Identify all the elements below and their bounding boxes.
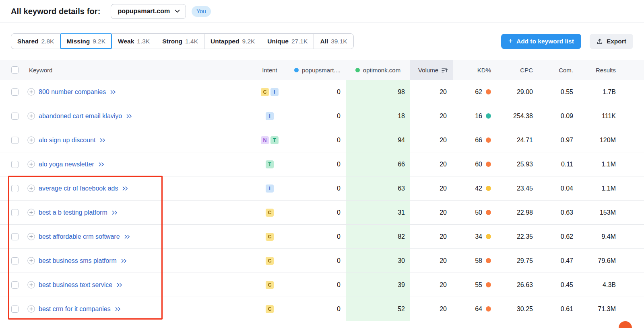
column-header-keyword[interactable]: Keyword xyxy=(27,60,258,80)
keyword-link[interactable]: alo sign up discount xyxy=(39,137,95,144)
kd-level-icon xyxy=(486,210,491,215)
row-check-cell xyxy=(11,176,27,200)
select-all-checkbox[interactable] xyxy=(11,66,19,74)
keyword-link[interactable]: best business sms platform xyxy=(39,257,117,264)
keyword-link[interactable]: best affordable crm software xyxy=(39,233,120,240)
expand-keyword-icon[interactable] xyxy=(27,184,35,192)
row-check-cell xyxy=(11,104,27,128)
keyword-link[interactable]: best business text service xyxy=(39,281,112,289)
page-title: All keyword details for: xyxy=(11,7,100,16)
com-value: 0.62 xyxy=(534,225,574,248)
filter-tab-untapped[interactable]: Untapped 9.2K xyxy=(204,33,261,49)
open-keyword-icon[interactable] xyxy=(98,162,105,167)
filter-tab-count: 9.2K xyxy=(93,38,105,45)
row-check-cell xyxy=(11,128,27,152)
filter-tab-unique[interactable]: Unique 27.1K xyxy=(261,33,314,49)
kd-level-icon xyxy=(486,234,491,239)
kd-value: 50 xyxy=(475,209,482,216)
column-header-popupsmart[interactable]: popupsmart.... xyxy=(282,60,346,80)
row-checkbox[interactable] xyxy=(11,185,19,192)
row-checkbox[interactable] xyxy=(11,257,19,264)
expand-keyword-icon[interactable] xyxy=(27,160,35,168)
volume-value: 20 xyxy=(410,176,453,200)
column-header-volume[interactable]: Volume xyxy=(410,60,453,80)
expand-keyword-icon[interactable] xyxy=(27,281,35,289)
filter-tab-label: Strong xyxy=(162,38,182,45)
column-header-cpc[interactable]: CPC xyxy=(492,60,534,80)
column-header-com[interactable]: Com. xyxy=(534,60,574,80)
open-keyword-icon[interactable] xyxy=(124,234,130,239)
open-keyword-icon[interactable] xyxy=(111,210,118,215)
row-check-cell xyxy=(11,273,27,297)
keyword-link[interactable]: 800 number companies xyxy=(39,88,106,96)
expand-keyword-icon[interactable] xyxy=(27,112,35,120)
kd-level-icon xyxy=(486,137,491,143)
select-all-cell xyxy=(11,60,27,80)
domain-selector[interactable]: popupsmart.com xyxy=(111,4,186,19)
keyword-link[interactable]: alo yoga newsletter xyxy=(39,161,94,168)
cpc-value: 254.38 xyxy=(492,104,534,128)
column-header-results[interactable]: Results xyxy=(574,60,617,80)
intent-badges: C xyxy=(258,225,282,248)
filter-tab-count: 39.1K xyxy=(331,38,347,45)
popupsmart-value: 0 xyxy=(282,104,346,128)
chevron-down-icon xyxy=(175,10,180,13)
domain-selector-value: popupsmart.com xyxy=(118,8,170,15)
row-checkbox[interactable] xyxy=(11,209,19,216)
filter-tab-weak[interactable]: Weak 1.3K xyxy=(111,33,156,49)
kd-value: 16 xyxy=(475,113,482,120)
export-button[interactable]: Export xyxy=(590,34,633,49)
optimonk-dot-icon xyxy=(355,68,360,72)
sort-icon xyxy=(442,68,448,73)
open-keyword-icon[interactable] xyxy=(99,138,106,143)
keyword-link[interactable]: abandoned cart email klaviyo xyxy=(39,113,122,120)
filter-tab-label: Missing xyxy=(66,38,90,45)
open-keyword-icon[interactable] xyxy=(116,283,123,287)
filter-tab-missing[interactable]: Missing 9.2K xyxy=(60,33,112,49)
expand-keyword-icon[interactable] xyxy=(27,233,35,240)
expand-keyword-icon[interactable] xyxy=(27,257,35,264)
column-header-kd[interactable]: KD% xyxy=(453,60,492,80)
com-value: 0.61 xyxy=(534,297,574,321)
add-to-keyword-list-button[interactable]: + Add to keyword list xyxy=(501,34,581,49)
filter-tab-all[interactable]: All 39.1K xyxy=(314,33,353,49)
row-checkbox[interactable] xyxy=(11,233,19,240)
expand-keyword-icon[interactable] xyxy=(27,209,35,216)
filter-tab-label: Weak xyxy=(118,38,134,45)
filter-tab-strong[interactable]: Strong 1.4K xyxy=(156,33,204,49)
row-checkbox[interactable] xyxy=(11,113,19,120)
open-keyword-icon[interactable] xyxy=(126,114,132,119)
row-checkbox[interactable] xyxy=(11,281,19,289)
filter-tab-shared[interactable]: Shared 2.8K xyxy=(11,33,60,49)
results-value: 71.3M xyxy=(574,297,617,321)
expand-keyword-icon[interactable] xyxy=(27,88,35,96)
expand-keyword-icon[interactable] xyxy=(27,305,35,313)
kd-value: 58 xyxy=(475,257,482,264)
row-checkbox[interactable] xyxy=(11,88,19,96)
cpc-value: 29.00 xyxy=(492,80,534,104)
chat-widget-button[interactable] xyxy=(619,321,632,328)
kd-cell: 60 xyxy=(453,152,492,176)
table-row: best business sms platform C 0 30 20 58 … xyxy=(0,249,644,273)
row-checkbox[interactable] xyxy=(11,137,19,144)
com-value: 0.63 xyxy=(534,201,574,224)
keyword-cell: best crm for it companies xyxy=(27,297,258,321)
row-checkbox[interactable] xyxy=(11,305,19,313)
open-keyword-icon[interactable] xyxy=(121,258,127,263)
column-header-optimonk[interactable]: optimonk.com xyxy=(346,60,410,80)
you-badge: You xyxy=(192,6,211,17)
filter-tab-count: 1.3K xyxy=(137,38,150,45)
open-keyword-icon[interactable] xyxy=(110,90,116,94)
open-keyword-icon[interactable] xyxy=(115,307,121,312)
row-checkbox[interactable] xyxy=(11,161,19,168)
keyword-link[interactable]: average ctr of facebook ads xyxy=(39,185,118,192)
intent-badge-c: C xyxy=(266,281,274,289)
expand-keyword-icon[interactable] xyxy=(27,136,35,144)
table-row: abandoned cart email klaviyo I 0 18 20 1… xyxy=(0,104,644,128)
open-keyword-icon[interactable] xyxy=(122,186,128,191)
keyword-link[interactable]: best crm for it companies xyxy=(39,305,111,313)
table-body: 800 number companies CI 0 98 20 62 29.00… xyxy=(0,80,644,321)
column-header-intent[interactable]: Intent xyxy=(258,60,282,80)
keyword-link[interactable]: best a b testing platform xyxy=(39,209,107,216)
intent-badges: NT xyxy=(258,128,282,152)
